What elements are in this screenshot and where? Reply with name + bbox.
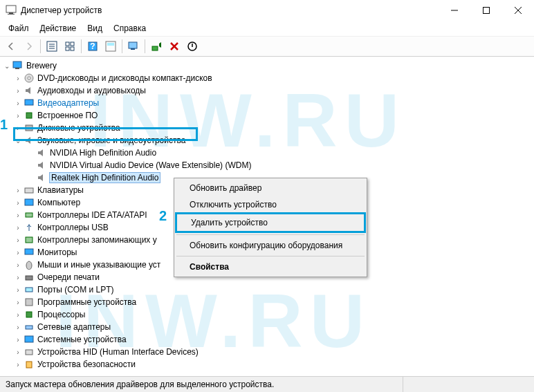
help-button[interactable]: ?: [84, 38, 101, 55]
svg-point-26: [28, 77, 30, 80]
expand-icon[interactable]: ›: [14, 310, 22, 319]
toolbar-btn[interactable]: [44, 38, 60, 55]
expand-icon[interactable]: ›: [14, 261, 22, 269]
tree-node-system[interactable]: ›Системные устройства: [0, 333, 534, 346]
expand-icon[interactable]: ›: [14, 186, 22, 194]
disable-button[interactable]: [184, 38, 201, 55]
expand-icon[interactable]: ›: [14, 124, 22, 132]
security-icon: [24, 359, 35, 370]
port-icon: [24, 284, 35, 295]
toolbar-btn[interactable]: [62, 38, 78, 55]
scan-button[interactable]: [125, 38, 142, 55]
menu-help[interactable]: Справка: [108, 22, 151, 35]
expand-icon[interactable]: ›: [14, 74, 22, 82]
collapse-icon[interactable]: ⌄: [3, 62, 11, 70]
tree-node-hid[interactable]: ›Устройства HID (Human Interface Devices…: [0, 346, 534, 358]
statusbar-text: Запуск мастера обновления драйверов для …: [6, 380, 274, 389]
svg-text:?: ?: [90, 41, 95, 51]
cm-uninstall-device[interactable]: Удалить устройство: [177, 214, 364, 231]
svg-rect-42: [26, 350, 33, 355]
collapse-icon[interactable]: ⌄: [14, 136, 22, 144]
usb-icon: [24, 222, 35, 233]
controller-icon: [24, 209, 35, 221]
svg-rect-20: [131, 48, 135, 50]
svg-rect-4: [484, 8, 490, 14]
toolbar-btn[interactable]: [102, 38, 119, 55]
speaker-icon: [36, 160, 47, 171]
tree-node-disk[interactable]: ›Дисковые устройства: [0, 122, 534, 134]
nav-back-button[interactable]: [3, 38, 19, 55]
tree-node-audio-io[interactable]: ›Аудиовходы и аудиовыходы: [0, 84, 534, 97]
menu-view[interactable]: Вид: [82, 22, 108, 35]
svg-rect-38: [26, 299, 33, 306]
speaker-icon: [24, 85, 35, 96]
tree-node-firmware[interactable]: ›Встроенное ПО: [0, 109, 534, 122]
tree-node-software[interactable]: ›Программные устройства: [0, 296, 534, 308]
tree-node-nvidia-hd[interactable]: NVIDIA High Definition Audio: [0, 147, 534, 159]
expand-icon[interactable]: ›: [14, 86, 22, 95]
expand-icon[interactable]: ›: [14, 298, 22, 306]
svg-rect-33: [26, 237, 33, 243]
nav-forward-button[interactable]: [21, 38, 37, 55]
chip-icon: [24, 110, 35, 121]
uninstall-button[interactable]: [166, 38, 183, 55]
toolbar-separator: [122, 39, 122, 53]
titlebar: Диспетчер устройств: [0, 0, 534, 21]
printer-icon: [24, 272, 35, 283]
svg-rect-34: [25, 249, 33, 254]
tree-node-video[interactable]: ›Видеоадаптеры: [0, 97, 534, 109]
expand-icon[interactable]: ›: [14, 348, 22, 356]
tree-node-dvd[interactable]: ›DVD-дисководы и дисководы компакт-диско…: [0, 72, 534, 84]
monitor-icon: [24, 247, 35, 258]
svg-rect-41: [25, 336, 33, 342]
menu-file[interactable]: Файл: [3, 22, 35, 35]
svg-rect-27: [25, 100, 33, 105]
svg-rect-36: [26, 276, 33, 280]
update-driver-button[interactable]: [148, 38, 165, 55]
cm-separator: [176, 256, 365, 256]
system-icon: [24, 334, 35, 345]
tree-node-sound[interactable]: ⌄Звуковые, игровые и видеоустройства: [0, 134, 534, 147]
expand-icon[interactable]: ›: [14, 335, 22, 344]
svg-rect-39: [26, 312, 32, 317]
expand-icon[interactable]: ›: [14, 111, 22, 120]
close-button[interactable]: [502, 0, 534, 21]
tree-root[interactable]: ⌄ Brewery: [0, 59, 534, 72]
computer-icon: [12, 60, 24, 71]
svg-rect-32: [26, 213, 33, 217]
tree-node-security[interactable]: ›Устройства безопасности: [0, 358, 534, 371]
tree-node-network[interactable]: ›Сетевые адаптеры: [0, 321, 534, 333]
cm-scan-hardware[interactable]: Обновить конфигурацию оборудования: [176, 237, 365, 254]
svg-rect-31: [25, 199, 33, 205]
expand-icon[interactable]: ›: [14, 248, 22, 256]
tree-node-ports[interactable]: ›Порты (COM и LPT): [0, 283, 534, 296]
svg-rect-43: [26, 362, 32, 368]
tree-node-nvidia-virtual[interactable]: NVIDIA Virtual Audio Device (Wave Extens…: [0, 159, 534, 171]
maximize-button[interactable]: [470, 0, 502, 21]
cm-separator: [176, 234, 365, 235]
menu-action[interactable]: Действие: [35, 22, 82, 35]
svg-rect-23: [13, 62, 21, 68]
cm-properties[interactable]: Свойства: [176, 259, 365, 275]
expand-icon[interactable]: ›: [14, 99, 22, 107]
expand-icon[interactable]: ›: [14, 360, 22, 368]
svg-point-35: [26, 261, 32, 270]
tree-node-cpu[interactable]: ›Процессоры: [0, 308, 534, 321]
svg-rect-2: [8, 14, 15, 15]
expand-icon[interactable]: ›: [14, 286, 22, 294]
cm-disable-device[interactable]: Отключить устройство: [176, 196, 365, 213]
expand-icon[interactable]: ›: [14, 323, 22, 331]
svg-rect-28: [26, 113, 32, 118]
device-tree[interactable]: ⌄ Brewery ›DVD-дисководы и дисководы ком…: [0, 57, 534, 387]
cm-update-driver[interactable]: Обновить драйвер: [176, 180, 365, 196]
tree-root-label: Brewery: [26, 61, 57, 71]
expand-icon[interactable]: ›: [14, 198, 22, 207]
expand-icon[interactable]: ›: [14, 223, 22, 232]
minimize-button[interactable]: [439, 0, 470, 21]
expand-icon[interactable]: ›: [14, 273, 22, 281]
svg-rect-21: [152, 46, 158, 50]
expand-icon[interactable]: ›: [14, 236, 22, 244]
speaker-icon: [36, 172, 47, 183]
speaker-icon: [36, 147, 47, 158]
expand-icon[interactable]: ›: [14, 211, 22, 219]
